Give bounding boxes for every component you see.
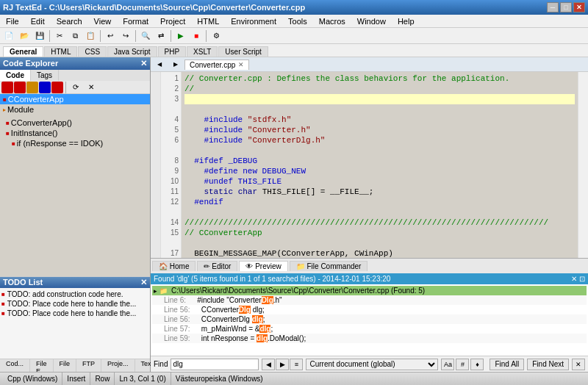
bottom-tab-home[interactable]: 🏠 Home bbox=[152, 261, 196, 271]
sidebar-tb-1[interactable] bbox=[1, 82, 13, 93]
tree-item-if-nresponse[interactable]: ■ if (nResponse == IDOK) bbox=[0, 138, 150, 148]
replace-button[interactable]: ⇄ bbox=[154, 29, 168, 43]
tab-javascript[interactable]: Java Script bbox=[107, 46, 157, 57]
sr-result-2[interactable]: Line 56: CConverterDlg dlg; bbox=[152, 305, 587, 314]
menu-project[interactable]: Project bbox=[157, 16, 188, 26]
sb-sep bbox=[65, 82, 66, 93]
sr-result-text-4: m_pMainWnd = &dlg; bbox=[193, 325, 273, 333]
new-button[interactable]: 📄 bbox=[1, 29, 16, 43]
todo-tab-ftp[interactable]: FTP bbox=[76, 359, 101, 372]
sr-close-icon[interactable]: ✕ ⊡ bbox=[571, 275, 585, 283]
menu-file[interactable]: File bbox=[3, 16, 22, 26]
find-close-button[interactable]: ✕ bbox=[572, 359, 585, 370]
find-next-inline-button[interactable]: ▶ bbox=[276, 359, 289, 370]
todo-close-icon[interactable]: ✕ bbox=[140, 278, 147, 287]
todo-tab-filee2[interactable]: File ... bbox=[54, 359, 77, 372]
sidebar-header: Code Explorer ✕ bbox=[0, 57, 150, 70]
tree-item-constructor[interactable]: ■ CConverterApp() bbox=[0, 118, 150, 128]
bottom-tab-filecommander[interactable]: 📁 File Commander bbox=[290, 261, 368, 271]
sr-result-4[interactable]: Line 57: m_pMainWnd = &dlg; bbox=[152, 324, 587, 334]
menu-tools[interactable]: Tools bbox=[285, 16, 310, 26]
tab-userscript[interactable]: User Script bbox=[218, 46, 268, 57]
menu-environment[interactable]: Environment bbox=[228, 16, 279, 26]
maximize-button[interactable]: □ bbox=[560, 2, 572, 12]
editor-tab-filename: Converter.cpp bbox=[190, 61, 235, 69]
editor-tab-close[interactable]: ✕ bbox=[238, 61, 244, 68]
search-results-header: Found 'dlg' (5 items found in 1 of 1 sea… bbox=[151, 273, 588, 284]
toolbar-separator-2 bbox=[100, 30, 101, 42]
editor-tab-converter[interactable]: Converter.cpp ✕ bbox=[184, 60, 249, 70]
find-button[interactable]: 🔍 bbox=[138, 29, 153, 43]
close-button[interactable]: ✕ bbox=[573, 2, 585, 12]
sr-result-5[interactable]: Line 59: int nResponse = dlg.DoModal(); bbox=[152, 334, 587, 343]
tab-css[interactable]: CSS bbox=[78, 46, 107, 57]
tab-general[interactable]: General bbox=[3, 46, 43, 57]
sidebar-tab-code[interactable]: Code bbox=[0, 70, 31, 81]
sidebar-tb-6[interactable]: ⟳ bbox=[68, 80, 83, 95]
prev-file-button[interactable]: ◀ bbox=[152, 57, 167, 72]
find-all-inline-button[interactable]: ≡ bbox=[290, 359, 303, 370]
menu-macros[interactable]: Macros bbox=[316, 16, 348, 26]
stop-button[interactable]: ■ bbox=[189, 29, 204, 43]
menu-search[interactable]: Search bbox=[54, 16, 85, 26]
bottom-tab-editor[interactable]: ✏ Editor bbox=[197, 261, 237, 271]
tree-item-initinstance[interactable]: ■ InitInstance() bbox=[0, 128, 150, 138]
editor-tabs-bar: ◀ ▶ Converter.cpp ✕ bbox=[151, 57, 588, 72]
sr-result-3[interactable]: Line 56: CConverterDlg dlg; bbox=[152, 314, 587, 324]
redo-button[interactable]: ↪ bbox=[118, 29, 133, 43]
find-scope-select[interactable]: Current document (global) All open docum… bbox=[306, 359, 438, 370]
find-bar: Find ◀ ▶ ≡ Current document (global) All… bbox=[151, 356, 588, 372]
sidebar-tb-2[interactable] bbox=[14, 82, 26, 93]
sr-result-text-1: #include "ConverterDlg.h" bbox=[189, 296, 282, 304]
todo-title: TODO List bbox=[3, 278, 43, 287]
tab-php[interactable]: PHP bbox=[158, 46, 187, 57]
sidebar-tab-tags[interactable]: Tags bbox=[31, 70, 59, 81]
copy-button[interactable]: ⧉ bbox=[68, 29, 82, 43]
main-tabs: General HTML CSS Java Script PHP XSLT Us… bbox=[0, 44, 588, 57]
sidebar-close-icon[interactable]: ✕ bbox=[140, 59, 147, 68]
tree-icon-capp: ■ bbox=[3, 96, 7, 103]
menu-view[interactable]: View bbox=[91, 16, 115, 26]
menu-html[interactable]: HTML bbox=[194, 16, 222, 26]
sidebar-tb-3[interactable] bbox=[26, 82, 38, 93]
cut-button[interactable]: ✂ bbox=[52, 29, 67, 43]
menu-window[interactable]: Window bbox=[354, 16, 389, 26]
tree-label-ctor: CConverterApp() bbox=[11, 118, 72, 127]
menu-help[interactable]: Help bbox=[395, 16, 417, 26]
next-file-button[interactable]: ▶ bbox=[168, 57, 183, 72]
todo-tab-filee1[interactable]: File E... bbox=[30, 359, 54, 372]
todo-tab-proje[interactable]: Proje... bbox=[101, 359, 135, 372]
save-button[interactable]: 💾 bbox=[32, 29, 47, 43]
undo-button[interactable]: ↩ bbox=[103, 29, 118, 43]
find-opt-regex[interactable]: ♦ bbox=[470, 359, 484, 370]
todo-header: TODO List ✕ bbox=[0, 277, 150, 288]
code-editor[interactable]: // Converter.cpp : Defines the class beh… bbox=[182, 72, 578, 258]
sidebar-tb-5[interactable] bbox=[51, 82, 63, 93]
run-button[interactable]: ▶ bbox=[173, 29, 188, 43]
menu-edit[interactable]: Edit bbox=[28, 16, 48, 26]
tree-item-module[interactable]: ▸ Module bbox=[0, 104, 150, 115]
bottom-tab-preview[interactable]: 👁 Preview bbox=[239, 261, 287, 271]
settings-button[interactable]: ⚙ bbox=[209, 29, 223, 43]
find-prev-button[interactable]: ◀ bbox=[262, 359, 275, 370]
tab-xslt[interactable]: XSLT bbox=[187, 46, 218, 57]
sr-result-1[interactable]: Line 6: #include "ConverterDlg.h" bbox=[152, 295, 587, 305]
open-button[interactable]: 📂 bbox=[17, 29, 32, 43]
right-scroll-gutter bbox=[578, 72, 588, 258]
sr-line-4: Line 57: bbox=[164, 325, 190, 333]
find-next-button[interactable]: Find Next bbox=[527, 359, 569, 370]
sidebar-tb-4[interactable] bbox=[39, 82, 51, 93]
menu-format[interactable]: Format bbox=[120, 16, 151, 26]
find-opt-word[interactable]: # bbox=[456, 359, 469, 370]
todo-tab-cod[interactable]: Cod... bbox=[0, 359, 30, 372]
find-all-button[interactable]: Find All bbox=[490, 359, 524, 370]
find-opt-case[interactable]: Aa bbox=[441, 359, 454, 370]
find-input[interactable] bbox=[171, 359, 259, 370]
paste-button[interactable]: 📋 bbox=[83, 29, 98, 43]
status-position: Ln 3, Col 1 (0) bbox=[115, 373, 171, 385]
tree-item-cconverterapp-root[interactable]: ■ CConverterApp bbox=[0, 94, 150, 104]
tab-html[interactable]: HTML bbox=[44, 46, 77, 57]
sidebar-tb-7[interactable]: ✕ bbox=[84, 80, 98, 95]
todo-tab-bar: Cod... File E... File ... FTP Proje... T… bbox=[0, 359, 150, 372]
minimize-button[interactable]: ─ bbox=[547, 2, 559, 12]
